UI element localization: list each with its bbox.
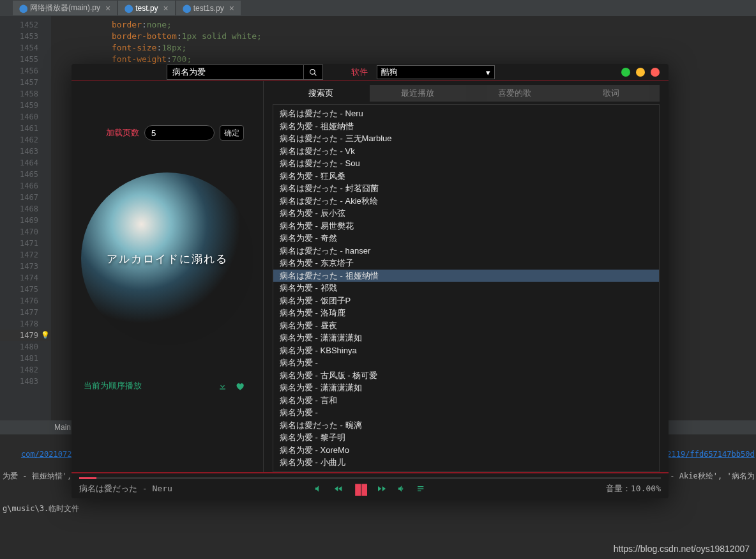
line-number[interactable]: 1478 — [0, 318, 51, 330]
line-number[interactable]: 1466 — [0, 180, 51, 192]
result-tab[interactable]: 最近播放 — [370, 85, 467, 102]
line-number[interactable]: 1470 — [0, 226, 51, 238]
result-item[interactable]: 病名は愛だった - 祖娅纳惜 — [273, 270, 659, 282]
line-number[interactable]: 1468 — [0, 203, 51, 215]
line-number[interactable]: 1460 — [0, 111, 51, 123]
window-close[interactable] — [651, 68, 660, 77]
editor-tab[interactable]: ⬤网络播放器(main).py× — [13, 1, 117, 15]
download-icon[interactable] — [218, 381, 227, 391]
svg-line-1 — [314, 73, 316, 75]
result-item[interactable]: 病名为爱 - 饭团子P — [273, 295, 659, 307]
line-number[interactable]: 1480 — [0, 341, 51, 353]
volume-up-icon[interactable] — [397, 484, 406, 493]
line-number[interactable]: 1483 — [0, 376, 51, 387]
search-input[interactable] — [167, 65, 304, 80]
play-mode-label[interactable]: 当前为顺序播放 — [84, 380, 142, 392]
line-number[interactable]: 1461 — [0, 123, 51, 134]
load-pages-input[interactable] — [144, 125, 215, 141]
editor-tabs: ⬤网络播放器(main).py×⬤test.py×⬤test1s.py× — [0, 0, 756, 16]
line-number[interactable]: 1464 — [0, 157, 51, 169]
album-art: アルカロイドに溺れる — [81, 172, 253, 345]
line-number[interactable]: 1453 — [0, 31, 51, 42]
close-icon[interactable]: × — [105, 3, 110, 13]
line-number[interactable]: 1469 — [0, 215, 51, 226]
result-item[interactable]: 病名は愛だった - 封茗囧菌 — [273, 182, 659, 195]
player-bottombar: 病名は愛だった - Neru ▮▮ 音量：10.00% — [72, 472, 669, 498]
search-results[interactable]: 病名は愛だった - Neru病名为爱 - 祖娅纳惜病名は愛だった - 三无Mar… — [273, 104, 660, 472]
result-tab[interactable]: 搜索页 — [273, 85, 370, 102]
line-number[interactable]: 1455 — [0, 54, 51, 65]
line-number[interactable]: 1476 — [0, 295, 51, 307]
result-item[interactable]: 病名为爱 - 易世樊花 — [273, 220, 659, 233]
line-number[interactable]: 1456 — [0, 65, 51, 77]
result-item[interactable]: 病名为爱 - 小曲儿 — [273, 456, 659, 469]
line-number[interactable]: 1474 — [0, 272, 51, 284]
close-icon[interactable]: × — [163, 3, 169, 13]
result-item[interactable]: 病名は愛だった - 晼漓 — [273, 419, 659, 432]
line-number[interactable]: 1463 — [0, 146, 51, 157]
line-number[interactable]: 1454 — [0, 42, 51, 54]
line-number[interactable]: 1481 — [0, 353, 51, 364]
editor-tab[interactable]: ⬤test.py× — [118, 1, 175, 15]
result-item[interactable]: 病名为爱 - 洛琦鹿 — [273, 307, 659, 319]
heart-icon[interactable] — [235, 381, 245, 391]
python-icon: ⬤ — [125, 4, 133, 13]
search-icon — [309, 68, 317, 77]
result-item[interactable]: 病名は愛だった - Akie秋绘 — [273, 195, 659, 208]
line-number[interactable]: 1462 — [0, 134, 51, 146]
playlist-icon[interactable] — [416, 484, 427, 494]
software-select[interactable]: 酷狗 ▾ — [377, 65, 495, 79]
result-tab[interactable]: 歌词 — [563, 85, 660, 102]
line-number[interactable]: 1452 — [0, 19, 51, 31]
result-item[interactable]: 病名为爱 - 潇潇潇潇如 — [273, 332, 659, 344]
result-item[interactable]: 病名は愛だった - hanser — [273, 245, 659, 257]
line-number[interactable]: 1477 — [0, 307, 51, 318]
result-item[interactable]: 病名为爱 - 言和 — [273, 394, 659, 407]
line-number[interactable]: 1475 — [0, 284, 51, 295]
result-tabs: 搜索页最近播放喜爱的歌歌词 — [273, 85, 660, 102]
line-number[interactable]: 1471 — [0, 238, 51, 249]
close-icon[interactable]: × — [229, 3, 234, 13]
search-button[interactable] — [304, 65, 323, 80]
line-number[interactable]: 1465 — [0, 169, 51, 180]
volume-down-icon[interactable] — [314, 484, 323, 493]
result-item[interactable]: 病名为爱 - — [273, 356, 659, 369]
result-item[interactable]: 病名为爱 - 奇然 — [273, 232, 659, 245]
load-confirm-button[interactable]: 确定 — [220, 125, 244, 141]
prev-button[interactable] — [333, 484, 344, 494]
line-number[interactable]: 1479 — [0, 330, 51, 341]
result-item[interactable]: 病名为爱 - 祖娅纳惜 — [273, 120, 659, 133]
pause-button[interactable]: ▮▮ — [354, 480, 367, 498]
result-item[interactable]: 病名为爱 - 辰小弦 — [273, 207, 659, 220]
line-number[interactable]: 1472 — [0, 249, 51, 261]
result-item[interactable]: 病名为爱 - 潇潇潇潇如 — [273, 381, 659, 394]
result-item[interactable]: 病名为爱 - 东京塔子 — [273, 257, 659, 270]
result-item[interactable]: 病名は愛だった - 三无Marblue — [273, 132, 659, 145]
python-icon: ⬤ — [19, 4, 27, 13]
result-item[interactable]: 病名は愛だった - Sou — [273, 157, 659, 170]
next-button[interactable] — [377, 484, 387, 494]
line-number[interactable]: 1457 — [0, 77, 51, 88]
result-item[interactable]: 病名为爱 - 黎子明 — [273, 431, 659, 444]
player-titlebar: 软件 酷狗 ▾ — [72, 64, 669, 81]
editor-tab[interactable]: ⬤test1s.py× — [176, 1, 241, 15]
line-number[interactable]: 1473 — [0, 261, 51, 272]
album-text: アルカロイドに溺れる — [94, 252, 241, 266]
line-number[interactable]: 1459 — [0, 100, 51, 111]
player-window: 软件 酷狗 ▾ 加载页数 确定 アルカロイドに溺れる 当前为顺序播放 — [72, 64, 669, 498]
result-item[interactable]: 病名为爱 - 狂风桑 — [273, 170, 659, 183]
result-item[interactable]: 病名为爱 - KBShinya — [273, 344, 659, 357]
result-item[interactable]: 病名为爱 - 昼夜 — [273, 319, 659, 332]
line-number[interactable]: 1458 — [0, 88, 51, 100]
result-item[interactable]: 病名为爱 - — [273, 406, 659, 419]
line-number[interactable]: 1467 — [0, 192, 51, 203]
result-item[interactable]: 病名为爱 - 古风版 - 杨可爱 — [273, 369, 659, 382]
window-maximize[interactable] — [636, 68, 645, 77]
result-item[interactable]: 病名为爱 - 祁戣 — [273, 282, 659, 295]
result-item[interactable]: 病名为爱 - XoreMo — [273, 444, 659, 457]
result-item[interactable]: 病名は愛だった - Neru — [273, 107, 659, 120]
line-number[interactable]: 1482 — [0, 364, 51, 376]
result-tab[interactable]: 喜爱的歌 — [466, 85, 563, 102]
window-minimize[interactable] — [621, 68, 630, 77]
result-item[interactable]: 病名は愛だった - Vk — [273, 145, 659, 158]
